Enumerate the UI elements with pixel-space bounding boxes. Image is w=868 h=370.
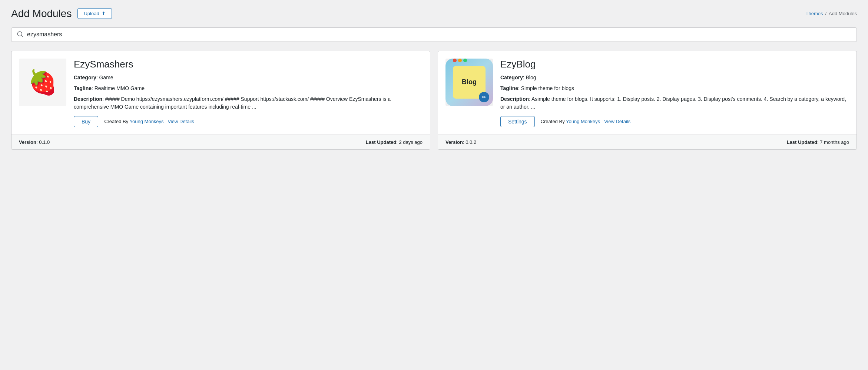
version-ezyblog: Version: 0.0.2	[445, 139, 476, 145]
modules-grid: 🍓 EzySmashers Category: Game Tagline: Re…	[11, 51, 857, 150]
category-label-ezyblog: Category	[500, 75, 523, 80]
description-value-ezyblog: Asimple theme for blogs. It supports: 1.…	[500, 96, 846, 110]
module-card-ezysmashers: 🍓 EzySmashers Category: Game Tagline: Re…	[11, 51, 430, 150]
module-card-footer-ezyblog: Version: 0.0.2 Last Updated: 7 months ag…	[438, 135, 857, 149]
last-updated-label-ezyblog: Last Updated	[787, 139, 817, 145]
description-value: ##### Demo https://ezysmashers.ezyplatfo…	[74, 96, 391, 110]
dot-yellow	[458, 59, 462, 62]
module-title-ezysmashers: EzySmashers	[74, 59, 423, 70]
page-header: Add Modules Upload ⬆ Themes / Add Module…	[11, 7, 857, 20]
module-category-ezysmashers: Category: Game	[74, 74, 423, 82]
last-updated-value-ezyblog: 7 months ago	[820, 139, 849, 145]
blog-icon: Blog ✏	[445, 59, 493, 106]
last-updated-ezysmashers: Last Updated: 2 days ago	[366, 139, 423, 145]
page-header-left: Add Modules Upload ⬆	[11, 7, 112, 20]
module-thumbnail-ezysmashers: 🍓	[19, 59, 66, 106]
category-label: Category	[74, 75, 96, 80]
search-bar	[11, 27, 857, 42]
breadcrumb-current: Add Modules	[829, 11, 857, 16]
created-by-ezyblog: Created By Young Monkeys View Details	[541, 119, 631, 124]
last-updated-label-ezysmashers: Last Updated	[366, 139, 396, 145]
upload-button-label: Upload	[84, 11, 99, 16]
page-title: Add Modules	[11, 7, 72, 20]
module-info-ezysmashers: EzySmashers Category: Game Tagline: Real…	[74, 59, 423, 127]
last-updated-value-ezysmashers: 2 days ago	[399, 139, 423, 145]
page-wrapper: Add Modules Upload ⬆ Themes / Add Module…	[0, 0, 868, 370]
dot-green	[463, 59, 467, 62]
blog-pencil-icon: ✏	[479, 92, 489, 102]
category-value: Game	[99, 75, 113, 80]
module-card-ezyblog: Blog ✏ EzyBlog Category: Blog Tagline:	[438, 51, 857, 150]
last-updated-ezyblog: Last Updated: 7 months ago	[787, 139, 849, 145]
tagline-label-ezyblog: Tagline	[500, 85, 518, 91]
view-details-link-ezysmashers[interactable]: View Details	[168, 119, 194, 124]
version-label-ezyblog: Version	[445, 139, 463, 145]
category-value-ezyblog: Blog	[526, 75, 536, 80]
created-by-link-ezyblog[interactable]: Young Monkeys	[566, 119, 600, 124]
module-card-main-ezysmashers: 🍓 EzySmashers Category: Game Tagline: Re…	[11, 51, 430, 135]
breadcrumb-parent-link[interactable]: Themes	[806, 11, 823, 16]
svg-line-1	[21, 35, 22, 36]
created-by-link-ezysmashers[interactable]: Young Monkeys	[130, 119, 164, 124]
view-details-link-ezyblog[interactable]: View Details	[604, 119, 630, 124]
module-card-footer-ezysmashers: Version: 0.1.0 Last Updated: 2 days ago	[11, 135, 430, 149]
module-description-ezysmashers: Description: ##### Demo https://ezysmash…	[74, 95, 423, 111]
upload-button[interactable]: Upload ⬆	[77, 8, 112, 19]
module-thumbnail-ezyblog: Blog ✏	[445, 59, 493, 106]
description-label: Description	[74, 96, 102, 102]
module-actions-ezyblog: Settings Created By Young Monkeys View D…	[500, 116, 849, 127]
module-actions-ezysmashers: Buy Created By Young Monkeys View Detail…	[74, 116, 423, 127]
description-label-ezyblog: Description	[500, 96, 529, 102]
created-by-ezysmashers: Created By Young Monkeys View Details	[104, 119, 194, 124]
module-tagline-ezysmashers: Tagline: Realtime MMO Game	[74, 85, 423, 92]
dot-red	[453, 59, 457, 62]
blog-text: Blog	[462, 78, 477, 86]
buy-button[interactable]: Buy	[74, 116, 98, 127]
version-value-ezyblog: 0.0.2	[466, 139, 476, 145]
module-tagline-ezyblog: Tagline: Simple theme for blogs	[500, 85, 849, 92]
module-info-ezyblog: EzyBlog Category: Blog Tagline: Simple t…	[500, 59, 849, 127]
tagline-value: Realtime MMO Game	[95, 85, 145, 91]
breadcrumb: Themes / Add Modules	[806, 11, 857, 16]
module-category-ezyblog: Category: Blog	[500, 74, 849, 82]
module-meta-ezyblog: Category: Blog Tagline: Simple theme for…	[500, 74, 849, 111]
blog-icon-inner: Blog ✏	[453, 66, 486, 99]
module-title-ezyblog: EzyBlog	[500, 59, 849, 70]
breadcrumb-separator: /	[825, 11, 826, 16]
created-by-label-ezyblog: Created By	[541, 119, 565, 124]
search-icon	[17, 31, 23, 39]
module-meta-ezysmashers: Category: Game Tagline: Realtime MMO Gam…	[74, 74, 423, 111]
version-value-ezysmashers: 0.1.0	[39, 139, 50, 145]
version-ezysmashers: Version: 0.1.0	[19, 139, 50, 145]
upload-icon: ⬆	[102, 11, 106, 16]
module-description-ezyblog: Description: Asimple theme for blogs. It…	[500, 95, 849, 111]
game-icon: 🍓	[19, 59, 66, 106]
tagline-value-ezyblog: Simple theme for blogs	[521, 85, 574, 91]
settings-button[interactable]: Settings	[500, 116, 535, 127]
tagline-label: Tagline	[74, 85, 92, 91]
created-by-label: Created By	[104, 119, 128, 124]
version-label-ezysmashers: Version	[19, 139, 36, 145]
search-input[interactable]	[27, 31, 851, 38]
blog-icon-dots	[453, 59, 467, 62]
module-card-main-ezyblog: Blog ✏ EzyBlog Category: Blog Tagline:	[438, 51, 857, 135]
